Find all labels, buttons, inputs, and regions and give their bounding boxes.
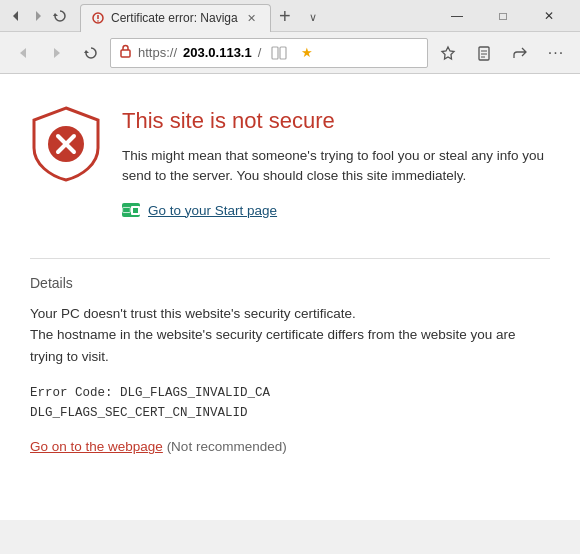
reload-button[interactable] bbox=[52, 8, 68, 24]
maximize-button[interactable]: □ bbox=[480, 0, 526, 32]
details-label: Details bbox=[30, 275, 550, 291]
favorites-icon[interactable]: ★ bbox=[295, 41, 319, 65]
back-nav-button[interactable] bbox=[8, 38, 38, 68]
forward-button[interactable] bbox=[30, 8, 46, 24]
svg-rect-20 bbox=[123, 207, 131, 212]
details-text-1: Your PC doesn't trust this website's sec… bbox=[30, 306, 356, 321]
details-text-2: The hostname in the website's security c… bbox=[30, 327, 516, 364]
forward-nav-button[interactable] bbox=[42, 38, 72, 68]
minimize-button[interactable]: — bbox=[434, 0, 480, 32]
svg-marker-6 bbox=[20, 48, 26, 58]
new-tab-button[interactable]: + bbox=[271, 4, 299, 32]
close-button[interactable]: ✕ bbox=[526, 0, 572, 32]
go-webpage-section: Go on to the webpage (Not recommended) bbox=[30, 439, 550, 454]
go-start-icon bbox=[122, 203, 140, 217]
svg-rect-11 bbox=[280, 47, 286, 59]
shield-icon bbox=[30, 104, 102, 184]
details-section: Details Your PC doesn't trust this websi… bbox=[30, 258, 550, 455]
tab-favicon bbox=[91, 11, 105, 25]
address-path: / bbox=[258, 45, 262, 60]
active-tab[interactable]: Certificate error: Naviga ✕ bbox=[80, 4, 271, 32]
address-action-icons: ★ bbox=[267, 41, 319, 65]
reading-view-icon[interactable] bbox=[267, 41, 291, 65]
notes-button[interactable] bbox=[468, 37, 500, 69]
svg-marker-1 bbox=[36, 11, 41, 21]
error-code-text: Error Code: DLG_FLAGS_INVALID_CADLG_FLAG… bbox=[30, 386, 270, 420]
tab-close-button[interactable]: ✕ bbox=[244, 10, 260, 26]
svg-rect-9 bbox=[121, 50, 130, 57]
back-button[interactable] bbox=[8, 8, 24, 24]
svg-marker-8 bbox=[84, 50, 89, 53]
not-recommended-text: (Not recommended) bbox=[167, 439, 287, 454]
svg-rect-10 bbox=[272, 47, 278, 59]
title-bar-icons bbox=[8, 8, 68, 24]
error-main-section: This site is not secure This might mean … bbox=[30, 104, 550, 238]
window-controls: — □ ✕ bbox=[434, 0, 572, 32]
favorites-hub-button[interactable] bbox=[432, 37, 464, 69]
error-code: Error Code: DLG_FLAGS_INVALID_CADLG_FLAG… bbox=[30, 383, 550, 423]
share-button[interactable] bbox=[504, 37, 536, 69]
svg-marker-12 bbox=[442, 47, 454, 59]
address-domain: 203.0.113.1 bbox=[183, 45, 252, 60]
address-protocol: https:// bbox=[138, 45, 177, 60]
lock-icon bbox=[119, 44, 132, 61]
go-webpage-link[interactable]: Go on to the webpage bbox=[30, 439, 163, 454]
svg-marker-2 bbox=[53, 13, 58, 16]
page-content: This site is not secure This might mean … bbox=[0, 74, 580, 520]
svg-point-5 bbox=[97, 20, 99, 22]
tab-title: Certificate error: Naviga bbox=[111, 11, 238, 25]
svg-marker-0 bbox=[13, 11, 18, 21]
go-start-link[interactable]: Go to your Start page bbox=[122, 203, 550, 218]
address-input[interactable]: https://203.0.113.1 / ★ bbox=[110, 38, 428, 68]
go-start-text[interactable]: Go to your Start page bbox=[148, 203, 277, 218]
address-bar: https://203.0.113.1 / ★ ··· bbox=[0, 32, 580, 74]
error-description: This might mean that someone's trying to… bbox=[122, 146, 550, 187]
tab-list-button[interactable]: ∨ bbox=[299, 4, 327, 32]
error-title: This site is not secure bbox=[122, 108, 550, 134]
error-text-section: This site is not secure This might mean … bbox=[122, 104, 550, 238]
more-button[interactable]: ··· bbox=[540, 37, 572, 69]
refresh-nav-button[interactable] bbox=[76, 38, 106, 68]
title-bar: Certificate error: Naviga ✕ + ∨ — □ ✕ bbox=[0, 0, 580, 32]
svg-marker-7 bbox=[54, 48, 60, 58]
details-text: Your PC doesn't trust this website's sec… bbox=[30, 303, 550, 368]
